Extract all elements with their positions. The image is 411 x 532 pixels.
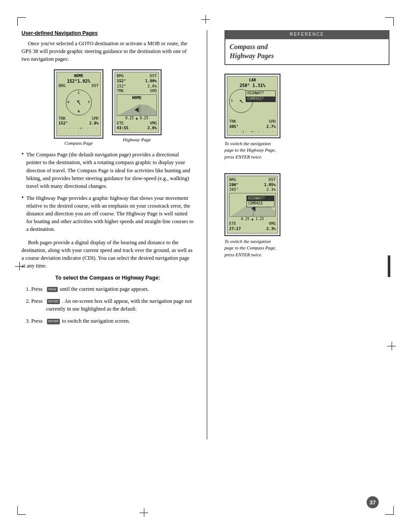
highway-svg xyxy=(117,100,156,115)
hw-row1: BRG DST xyxy=(117,74,157,79)
steps-heading: To select the Compass or Highway Page: xyxy=(22,275,194,281)
hw-dst-val: 1.90% xyxy=(145,79,157,84)
compass-line1: 152°1.92% xyxy=(59,79,99,84)
hw-ete-vmg: ETE VMG xyxy=(117,121,157,126)
hw2-dst: DST xyxy=(269,177,276,183)
side-device-2: BRG DST 266° 1.05% 265° 2.3% xyxy=(224,173,389,258)
compass-menu-screen: CAR 250° 1.31% S E ↑ xyxy=(227,76,278,136)
step-2-num: 2. Press xyxy=(26,297,43,313)
hw-spd-val: 2.6% xyxy=(147,84,157,89)
compass-s-2: S xyxy=(231,99,233,103)
crosshair-bottom xyxy=(140,508,148,517)
highway-device-wrapper: BRG DST 152° 1.90% 152° 2.6% xyxy=(112,69,162,146)
hw2-graphic: HIGHWAY? COMPASS xyxy=(229,193,276,217)
enter-key-2: ENTER xyxy=(47,319,60,324)
side-device-1: CAR 250° 1.31% S E ↑ xyxy=(224,74,389,160)
compass-dots: · · · · ·+· · · · · xyxy=(59,127,99,134)
hw2-brg: BRG xyxy=(229,177,236,183)
bullet-dot-1: • xyxy=(22,151,24,190)
hw2-bottom: 27:17 2.3% xyxy=(229,227,276,232)
hw2-brg-val: 266° xyxy=(229,183,239,188)
right-column: REFERENCE Compass and Highway Pages CAR … xyxy=(207,30,389,439)
compass-with-menu: S E ↑ HIGHWAY? COMPASS? xyxy=(229,88,276,118)
caption-2: To switch the navigation page to the Com… xyxy=(224,238,389,258)
bullet-item-1: • The Compass Page (the default navigati… xyxy=(22,151,194,190)
compass-screen: HOME 152°1.92% BRG DST E N W E xyxy=(56,72,101,136)
spd-label: SPD xyxy=(92,116,99,121)
hw2-trk-val: 265° xyxy=(229,187,239,193)
hw-spd: SPD xyxy=(150,89,157,94)
trk-label: TRK xyxy=(59,116,65,121)
car-trk: TRK xyxy=(229,119,236,124)
title-text: Compass and Highway Pages xyxy=(230,43,384,61)
caption-2-line1: To switch the navigation xyxy=(224,239,271,244)
device-images: HOME 152°1.92% BRG DST E N W E xyxy=(22,69,194,146)
car-trk-spd: TRK SPD xyxy=(229,119,276,124)
hw-offset: 0.25 ▲ 0.25 xyxy=(117,116,157,121)
caption-1-line2: page to the Highway Page, xyxy=(224,147,276,152)
hw2-row1: BRG DST xyxy=(229,177,276,183)
highway-menu-device: BRG DST 266° 1.05% 265° 2.3% xyxy=(224,173,280,236)
compass-device-wrapper: HOME 152°1.92% BRG DST E N W E xyxy=(54,69,103,146)
hw2-dst-val: 1.05% xyxy=(264,183,276,188)
hw2-vmg: VMG xyxy=(269,221,276,227)
compass-arrow-2: ↑ xyxy=(236,96,246,106)
hw2-menu: HIGHWAY? COMPASS xyxy=(246,196,274,207)
car-spd: SPD xyxy=(269,119,276,124)
hw2-row2: 266° 1.05% xyxy=(229,183,276,188)
step-1: 1. Press PAGE until the current navigati… xyxy=(22,285,194,293)
device-2-container: BRG DST 266° 1.05% 265° 2.3% xyxy=(224,173,280,236)
caption-1: To switch the navigation page to the Hig… xyxy=(224,140,389,160)
hw2-ete-vmg: ETE VMG xyxy=(229,221,276,227)
car-title: CAR xyxy=(229,78,276,83)
compass-brg-label: BRG xyxy=(59,84,65,89)
hw2-ete-val: 27:17 xyxy=(229,227,241,232)
page-number: 37 xyxy=(367,496,379,508)
hw-vmg-value: 2.6% xyxy=(147,126,157,131)
spd-value: 2.6% xyxy=(89,121,99,126)
hw-title: HOME xyxy=(117,95,156,101)
crosshair-right xyxy=(387,342,396,350)
step-1-text: until the current navigation page appear… xyxy=(60,286,149,292)
car-dots: · · ·|· ·+· · · · · xyxy=(229,130,276,134)
compass-w: E xyxy=(88,100,90,104)
title-line1: Compass and xyxy=(230,43,268,50)
hw2-row3: 265° 2.3% xyxy=(229,187,276,193)
car-reading: 250° 1.31% xyxy=(229,83,276,88)
step-3: 3. Press ENTER to switch the navigation … xyxy=(22,317,194,325)
steps-section: To select the Compass or Highway Page: 1… xyxy=(22,275,194,325)
hw2-ete: ETE xyxy=(229,221,236,227)
compass-s: E xyxy=(78,91,79,95)
caption-2-line3: press ENTER twice. xyxy=(224,252,262,257)
caption-2-line2: page to the Compass Page, xyxy=(224,245,276,250)
left-column: User-defined Navigation Pages Once you'v… xyxy=(22,30,207,439)
bullet-list: • The Compass Page (the default navigati… xyxy=(22,151,194,233)
hw-brg: BRG xyxy=(117,74,124,79)
page: 37 User-defined Navigation Pages Once yo… xyxy=(0,0,411,532)
compass-device: HOME 152°1.92% BRG DST E N W E xyxy=(54,69,103,139)
compass-arrow: ↑ xyxy=(73,96,84,109)
bullet-text-2: The Highway Page provides a graphic high… xyxy=(26,194,194,233)
corner-mark-tl xyxy=(17,17,26,26)
hw2-spd-val: 2.3% xyxy=(266,187,276,193)
crosshair-top xyxy=(201,15,210,24)
trk-value: 152° xyxy=(59,121,68,126)
hw2-menu-highway: HIGHWAY? xyxy=(247,196,274,201)
compass-dst-label: DST xyxy=(92,84,99,89)
hw2-vmg-val: 2.3% xyxy=(266,227,276,232)
two-col-layout: User-defined Navigation Pages Once you'v… xyxy=(0,0,411,474)
compass-brg-dst: BRG DST xyxy=(59,84,99,89)
corner-mark-tr xyxy=(385,17,394,26)
caption-1-line3: press ENTER twice. xyxy=(224,154,262,159)
para1: Both pages provide a digital display of … xyxy=(22,239,194,270)
device-1-container: CAR 250° 1.31% S E ↑ xyxy=(224,74,280,138)
bullet-dot-2: • xyxy=(22,194,24,233)
hw-dst: DST xyxy=(150,74,157,79)
compass-circle: E N W E ↑ xyxy=(66,90,92,115)
hw-brg-val: 152° xyxy=(117,79,126,84)
hw-row3: 152° 2.6% xyxy=(117,84,157,89)
compass-caption: Compass Page xyxy=(65,140,93,146)
reference-tab: REFERENCE xyxy=(224,30,389,38)
hw2-menu-compass: COMPASS xyxy=(247,201,274,206)
corner-mark-bl xyxy=(17,506,26,515)
